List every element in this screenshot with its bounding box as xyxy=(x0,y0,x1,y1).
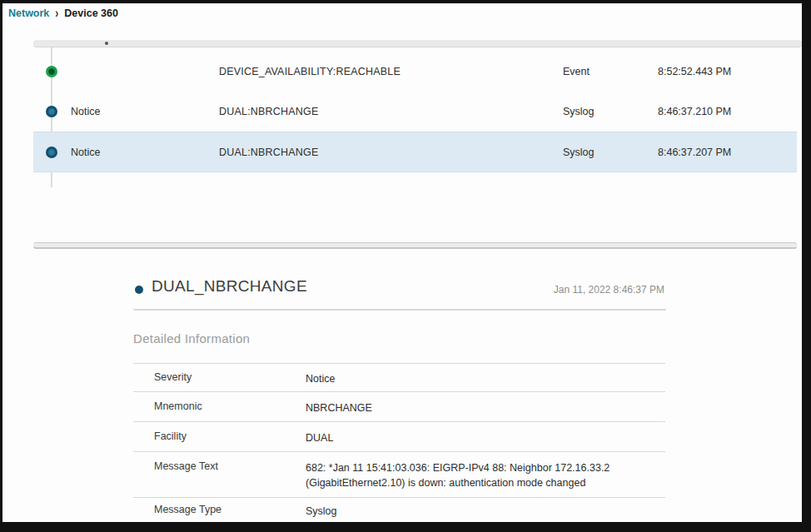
detailed-information-heading: Detailed Information xyxy=(133,331,250,346)
field-value: Syslog xyxy=(306,498,647,523)
detail-timestamp: Jan 11, 2022 8:46:37 PM xyxy=(533,284,664,296)
event-status-dot-blue-icon xyxy=(46,147,57,158)
event-type: Syslog xyxy=(563,147,595,158)
detailed-information-table: Severity Notice Mnemonic NBRCHANGE Facil… xyxy=(133,363,665,523)
field-label: Message Text xyxy=(133,452,306,480)
scrollbar-thumb-dot xyxy=(105,42,108,45)
field-value: Notice xyxy=(306,364,647,392)
table-row-mnemonic: Mnemonic NBRCHANGE xyxy=(133,392,665,422)
event-name: DEVICE_AVAILABILITY:REACHABLE xyxy=(219,66,401,77)
breadcrumb: Network › Device 360 xyxy=(8,7,118,19)
table-row-severity: Severity Notice xyxy=(133,364,665,392)
frame-border-left xyxy=(0,0,2,532)
event-time: 8:52:52.443 PM xyxy=(658,66,731,77)
event-severity: Notice xyxy=(71,147,100,158)
table-row-message-type: Message Type Syslog xyxy=(133,498,665,523)
detail-status-dot-icon xyxy=(135,286,143,294)
table-row-message-text: Message Text 682: *Jan 11 15:41:03.036: … xyxy=(133,452,665,498)
event-name: DUAL:NBRCHANGE xyxy=(219,147,319,158)
breadcrumb-link-network[interactable]: Network xyxy=(8,7,49,19)
event-status-dot-green-icon xyxy=(46,66,57,77)
field-value: NBRCHANGE xyxy=(306,392,647,424)
event-time: 8:46:37.207 PM xyxy=(658,147,731,158)
event-type: Syslog xyxy=(563,106,595,117)
event-status-dot-blue-icon xyxy=(46,106,57,117)
detail-header-underline xyxy=(133,309,666,311)
event-name: DUAL:NBRCHANGE xyxy=(219,106,319,117)
event-row-dual-nbrchange-2-selected[interactable]: Notice DUAL:NBRCHANGE Syslog 8:46:37.207… xyxy=(33,132,797,172)
field-value: 682: *Jan 11 15:41:03.036: EIGRP-IPv4 88… xyxy=(306,452,647,499)
event-row-device-availability[interactable]: DEVICE_AVAILABILITY:REACHABLE Event 8:52… xyxy=(33,52,797,92)
field-label: Mnemonic xyxy=(133,392,306,420)
device-360-screen: Network › Device 360 DEVICE_AVAILABILITY… xyxy=(0,0,811,532)
event-row-dual-nbrchange-1[interactable]: Notice DUAL:NBRCHANGE Syslog 8:46:37.210… xyxy=(33,92,797,132)
field-label: Message Type xyxy=(133,498,306,520)
frame-border-top xyxy=(0,0,811,3)
frame-border-right xyxy=(802,0,811,532)
event-time: 8:46:37.210 PM xyxy=(658,106,731,117)
event-type: Event xyxy=(563,66,590,77)
breadcrumb-current-device360: Device 360 xyxy=(64,7,118,19)
table-row-facility: Facility DUAL xyxy=(133,422,665,452)
events-panel-scrollbar[interactable] xyxy=(33,40,802,47)
panel-divider xyxy=(33,242,797,249)
event-severity: Notice xyxy=(71,106,100,117)
field-label: Facility xyxy=(133,422,306,450)
field-label: Severity xyxy=(133,364,306,389)
detail-title: DUAL_NBRCHANGE xyxy=(152,277,307,296)
frame-border-bottom xyxy=(0,522,811,532)
breadcrumb-separator-icon: › xyxy=(55,6,58,21)
field-value: DUAL xyxy=(306,422,647,454)
